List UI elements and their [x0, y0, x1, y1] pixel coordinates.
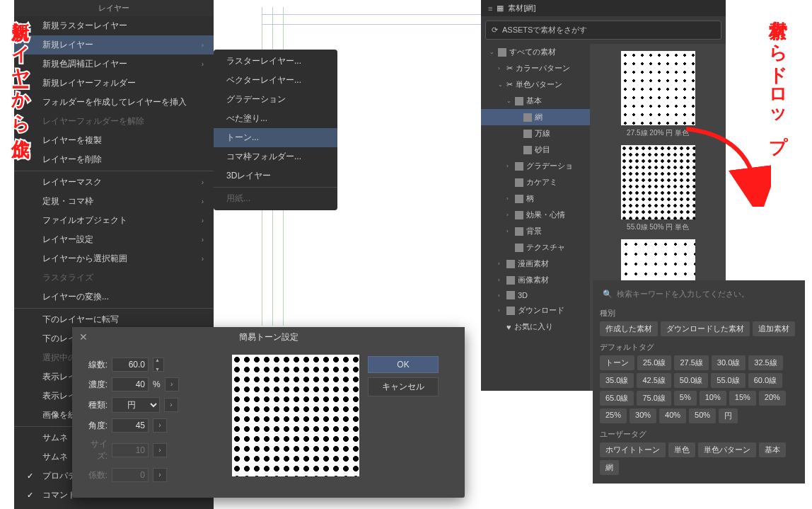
tree-item[interactable]: ⌄すべての素材: [481, 44, 590, 60]
menu-item[interactable]: コマンド: [14, 505, 214, 509]
menu-item[interactable]: レイヤー設定›: [14, 230, 214, 249]
hamburger-icon[interactable]: ≡: [488, 4, 492, 13]
filter-tag[interactable]: 10%: [700, 391, 726, 406]
filter-tag[interactable]: ホワイトトーン: [600, 442, 666, 457]
filter-tag[interactable]: 30%: [630, 408, 656, 423]
filter-tag[interactable]: 追加素材: [753, 321, 795, 336]
density-input[interactable]: [112, 377, 149, 391]
search-placeholder[interactable]: 検索キーワードを入力してください。: [617, 289, 749, 299]
submenu-item[interactable]: ベクターレイヤー...: [214, 71, 337, 90]
tree-item[interactable]: テクスチャ: [481, 239, 590, 256]
tree-item[interactable]: 万線: [481, 125, 590, 142]
tone-preview: [232, 355, 359, 476]
tone-settings-dialog: ✕ 簡易トーン設定 線数: 濃度: % › 種類: 円 › 角度:: [72, 327, 465, 498]
assets-search-button[interactable]: ⟳ ASSETSで素材をさがす: [485, 21, 721, 40]
tree-item[interactable]: カケアミ: [481, 174, 590, 190]
filter-tag[interactable]: 単色: [668, 442, 695, 457]
menu-item[interactable]: レイヤーマスク›: [14, 173, 214, 192]
cancel-button[interactable]: キャンセル: [368, 377, 439, 396]
submenu-item[interactable]: グラデーション: [214, 90, 337, 109]
filter-tag[interactable]: 55.0線: [711, 373, 745, 388]
material-tree: ⌄すべての素材›✂︎カラーパターン⌄✂︎単色パターン⌄基本網万線砂目›グラデーシ…: [481, 44, 590, 391]
menu-item[interactable]: フォルダーを作成してレイヤーを挿入: [14, 93, 214, 112]
tree-item[interactable]: 網: [481, 109, 590, 125]
tree-item[interactable]: ›効果・心情: [481, 207, 590, 223]
lines-input[interactable]: [112, 358, 149, 372]
type-select[interactable]: 円: [112, 397, 160, 413]
default-tag-heading: デフォルトタグ: [600, 342, 798, 353]
menu-item[interactable]: 新規色調補正レイヤー›: [14, 55, 214, 74]
annotation-right: 素材からドロップ: [766, 6, 791, 144]
tree-item[interactable]: ♥お気に入り: [481, 319, 590, 335]
density-next[interactable]: ›: [165, 377, 179, 391]
material-thumb[interactable]: 55.0線 50% 円 単色: [621, 145, 695, 232]
coef-input: [112, 468, 149, 482]
filter-tag[interactable]: 網: [600, 460, 619, 475]
filter-tag[interactable]: 単色パターン: [698, 442, 756, 457]
filter-tag[interactable]: 35.0線: [600, 373, 634, 388]
menu-item[interactable]: レイヤーを削除: [14, 150, 214, 169]
filter-tag[interactable]: 50.0線: [674, 373, 708, 388]
filter-tag[interactable]: 20%: [759, 391, 786, 406]
type-label: 種類:: [82, 399, 108, 411]
dots-icon: ▦: [497, 4, 504, 13]
filter-tag[interactable]: ダウンロードした素材: [661, 321, 750, 336]
tree-item[interactable]: ›画像素材: [481, 272, 590, 288]
tree-item[interactable]: ›柄: [481, 190, 590, 207]
lines-stepper[interactable]: [153, 358, 164, 372]
menu-item[interactable]: ファイルオブジェクト›: [14, 211, 214, 230]
ok-button[interactable]: OK: [368, 356, 439, 373]
menu-item[interactable]: 新規ラスターレイヤー: [14, 16, 214, 35]
filter-tag[interactable]: 25.0線: [637, 355, 671, 370]
filter-tag[interactable]: 27.5線: [674, 355, 708, 370]
menu-item[interactable]: レイヤーから選択範囲›: [14, 249, 214, 268]
material-thumb[interactable]: 27.5線 20% 円 単色: [621, 51, 695, 138]
density-label: 濃度:: [82, 379, 108, 391]
search-filter-panel: 🔍 検索キーワードを入力してください。 種別 作成した素材ダウンロードした素材追…: [593, 280, 805, 484]
filter-tag[interactable]: 50%: [689, 408, 716, 423]
angle-next[interactable]: ›: [153, 418, 167, 433]
filter-tag[interactable]: 42.5線: [637, 373, 671, 388]
tree-item[interactable]: ›✂︎カラーパターン: [481, 60, 590, 76]
tree-item[interactable]: ›ダウンロード: [481, 302, 590, 319]
filter-tag[interactable]: 75.0線: [637, 391, 671, 406]
filter-tag[interactable]: 25%: [600, 408, 627, 423]
menu-item[interactable]: 定規・コマ枠›: [14, 192, 214, 211]
filter-tag[interactable]: 65.0線: [600, 391, 634, 406]
type-next[interactable]: ›: [164, 398, 178, 412]
menu-item[interactable]: レイヤーを複製: [14, 131, 214, 150]
angle-input[interactable]: [112, 418, 149, 433]
filter-tag[interactable]: 40%: [659, 408, 686, 423]
close-icon[interactable]: ✕: [79, 331, 88, 343]
lines-label: 線数:: [82, 359, 108, 371]
filter-tag[interactable]: 30.0線: [712, 355, 746, 370]
tree-item[interactable]: ›漫画素材: [481, 256, 590, 272]
new-layer-submenu: ラスターレイヤー...ベクターレイヤー...グラデーションべた塗り...トーン.…: [214, 50, 337, 210]
submenu-item[interactable]: ラスターレイヤー...: [214, 52, 337, 71]
menu-item[interactable]: 新規レイヤー›: [14, 35, 214, 55]
filter-tag[interactable]: 円: [719, 408, 738, 423]
submenu-item[interactable]: トーン...: [214, 128, 337, 147]
tree-item[interactable]: 砂目: [481, 142, 590, 158]
size-input: [112, 443, 149, 457]
menu-item[interactable]: 新規レイヤーフォルダー: [14, 74, 214, 93]
tree-item[interactable]: ›3D: [481, 288, 590, 302]
menu-item[interactable]: レイヤーの変換...: [14, 287, 214, 307]
filter-tag[interactable]: 32.5線: [748, 355, 782, 370]
tree-item[interactable]: ⌄✂︎単色パターン: [481, 76, 590, 93]
submenu-item[interactable]: コマ枠フォルダー...: [214, 147, 337, 166]
filter-tag[interactable]: 5%: [674, 391, 697, 406]
filter-tag[interactable]: 基本: [759, 442, 786, 457]
submenu-item[interactable]: べた塗り...: [214, 109, 337, 128]
filter-tag[interactable]: 作成した素材: [600, 321, 658, 336]
assets-search-label: ASSETSで素材をさがす: [502, 25, 587, 35]
submenu-item[interactable]: 3Dレイヤー: [214, 166, 337, 185]
filter-tag[interactable]: トーン: [600, 355, 634, 370]
menu-item[interactable]: 下のレイヤーに転写: [14, 310, 214, 329]
material-tab[interactable]: ≡ ▦ 素材[網]: [481, 0, 726, 16]
filter-tag[interactable]: 60.0線: [748, 373, 782, 388]
tree-item[interactable]: ›グラデーショ: [481, 158, 590, 174]
tree-item[interactable]: ›背景: [481, 223, 590, 239]
filter-tag[interactable]: 15%: [729, 391, 756, 406]
tree-item[interactable]: ⌄基本: [481, 93, 590, 109]
